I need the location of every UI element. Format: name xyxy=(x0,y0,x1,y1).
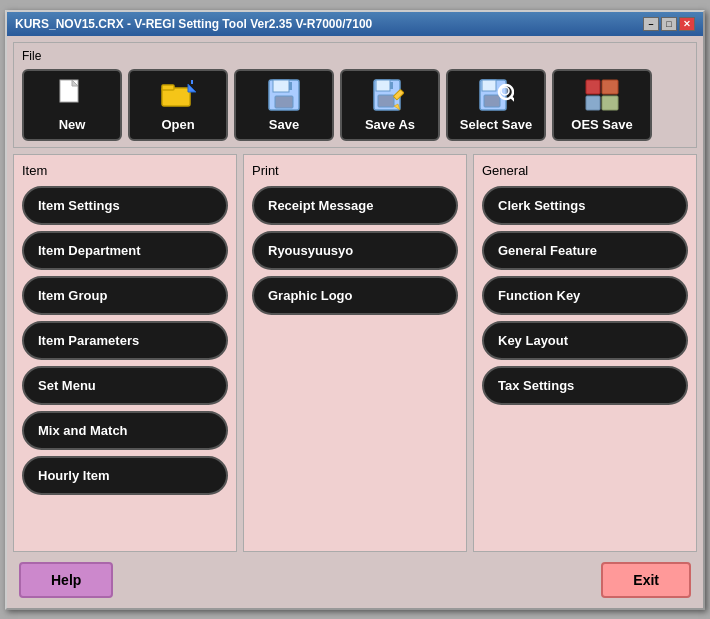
svg-rect-17 xyxy=(482,80,496,91)
item-panel-buttons: Item Settings Item Department Item Group… xyxy=(22,186,228,495)
general-panel: General Clerk Settings General Feature F… xyxy=(473,154,697,552)
print-panel-label: Print xyxy=(252,163,458,178)
file-label: File xyxy=(22,49,688,63)
svg-rect-9 xyxy=(289,82,292,90)
svg-rect-24 xyxy=(586,96,600,110)
svg-rect-18 xyxy=(484,95,500,107)
ryousyuusyo-button[interactable]: Ryousyuusyo xyxy=(252,231,458,270)
svg-rect-13 xyxy=(390,82,393,89)
general-feature-button[interactable]: General Feature xyxy=(482,231,688,270)
oes-save-icon xyxy=(584,77,620,113)
general-panel-label: General xyxy=(482,163,688,178)
svg-rect-22 xyxy=(586,80,600,94)
save-as-icon xyxy=(372,77,408,113)
graphic-logo-button[interactable]: Graphic Logo xyxy=(252,276,458,315)
item-settings-button[interactable]: Item Settings xyxy=(22,186,228,225)
item-panel-label: Item xyxy=(22,163,228,178)
set-menu-button[interactable]: Set Menu xyxy=(22,366,228,405)
clerk-settings-button[interactable]: Clerk Settings xyxy=(482,186,688,225)
exit-button[interactable]: Exit xyxy=(601,562,691,598)
save-as-label: Save As xyxy=(365,117,415,132)
save-as-button[interactable]: Save As xyxy=(340,69,440,141)
tax-settings-button[interactable]: Tax Settings xyxy=(482,366,688,405)
svg-rect-25 xyxy=(602,96,618,110)
new-icon xyxy=(54,77,90,113)
general-panel-buttons: Clerk Settings General Feature Function … xyxy=(482,186,688,405)
mix-and-match-button[interactable]: Mix and Match xyxy=(22,411,228,450)
oes-save-label: OES Save xyxy=(571,117,632,132)
svg-point-21 xyxy=(501,87,509,95)
toolbar: New Open xyxy=(22,69,688,141)
open-button[interactable]: Open xyxy=(128,69,228,141)
svg-rect-8 xyxy=(275,96,293,108)
window-title: KURS_NOV15.CRX - V-REGI Setting Tool Ver… xyxy=(15,17,372,31)
open-label: Open xyxy=(161,117,194,132)
hourly-item-button[interactable]: Hourly Item xyxy=(22,456,228,495)
maximize-button[interactable]: □ xyxy=(661,17,677,31)
key-layout-button[interactable]: Key Layout xyxy=(482,321,688,360)
save-icon xyxy=(266,77,302,113)
oes-save-button[interactable]: OES Save xyxy=(552,69,652,141)
function-key-button[interactable]: Function Key xyxy=(482,276,688,315)
svg-line-20 xyxy=(511,97,514,101)
open-icon xyxy=(160,77,196,113)
help-button[interactable]: Help xyxy=(19,562,113,598)
item-department-button[interactable]: Item Department xyxy=(22,231,228,270)
new-button[interactable]: New xyxy=(22,69,122,141)
select-save-button[interactable]: Select Save xyxy=(446,69,546,141)
svg-rect-11 xyxy=(376,80,390,91)
title-bar-controls: – □ ✕ xyxy=(643,17,695,31)
title-bar: KURS_NOV15.CRX - V-REGI Setting Tool Ver… xyxy=(7,12,703,36)
print-panel: Print Receipt Message Ryousyuusyo Graphi… xyxy=(243,154,467,552)
main-window: KURS_NOV15.CRX - V-REGI Setting Tool Ver… xyxy=(5,10,705,610)
save-label: Save xyxy=(269,117,299,132)
main-panels: Item Item Settings Item Department Item … xyxy=(13,154,697,552)
svg-rect-3 xyxy=(162,85,174,90)
select-save-label: Select Save xyxy=(460,117,532,132)
svg-rect-12 xyxy=(378,95,394,107)
print-panel-buttons: Receipt Message Ryousyuusyo Graphic Logo xyxy=(252,186,458,315)
item-panel: Item Item Settings Item Department Item … xyxy=(13,154,237,552)
file-section: File New xyxy=(13,42,697,148)
item-group-button[interactable]: Item Group xyxy=(22,276,228,315)
svg-marker-4 xyxy=(188,84,196,92)
receipt-message-button[interactable]: Receipt Message xyxy=(252,186,458,225)
footer: Help Exit xyxy=(13,558,697,602)
minimize-button[interactable]: – xyxy=(643,17,659,31)
select-save-icon xyxy=(478,77,514,113)
save-button[interactable]: Save xyxy=(234,69,334,141)
svg-rect-23 xyxy=(602,80,618,94)
window-content: File New xyxy=(7,36,703,608)
new-label: New xyxy=(59,117,86,132)
item-parameters-button[interactable]: Item Parameters xyxy=(22,321,228,360)
svg-rect-7 xyxy=(273,80,289,92)
close-button[interactable]: ✕ xyxy=(679,17,695,31)
